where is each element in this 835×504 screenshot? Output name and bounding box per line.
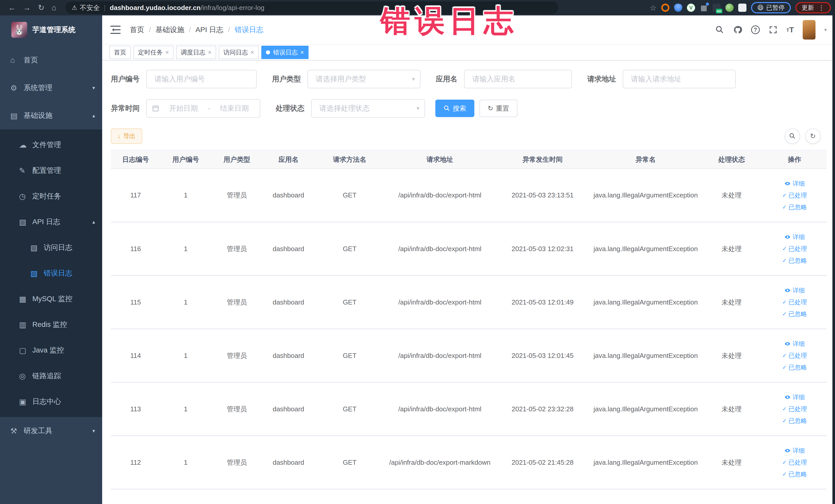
start-date-placeholder[interactable]: 开始日期 — [163, 103, 204, 113]
mark-processed-link[interactable]: ✓已处理 — [782, 458, 807, 466]
address-bar[interactable]: ⚠ 不安全 | dashboard.yudao.iocoder.cn/infra… — [65, 2, 558, 14]
tab-scheduled-jobs[interactable]: 定时任务× — [134, 46, 174, 59]
url-path[interactable]: /infra/log/api-error-log — [201, 4, 265, 12]
detail-link[interactable]: 详细 — [784, 446, 805, 455]
table-row: 113 1 管理员 dashboard GET /api/infra/db-do… — [111, 382, 827, 436]
breadcrumb-home[interactable]: 首页 — [130, 25, 144, 35]
help-icon[interactable]: ? — [751, 25, 760, 34]
tab-home[interactable]: 首页 — [109, 46, 131, 59]
mark-ignored-link[interactable]: ✓已忽略 — [782, 310, 807, 318]
sidebar-item-java-monitor[interactable]: ▢ Java 监控 — [0, 337, 102, 363]
exception-time-label: 异常时间 — [111, 103, 140, 113]
close-icon[interactable]: × — [250, 49, 254, 56]
chevron-down-icon: ▾ — [412, 76, 415, 82]
font-size-icon[interactable]: TT — [787, 26, 794, 34]
close-icon[interactable]: × — [300, 49, 304, 56]
sidebar-item-trace[interactable]: ◎ 链路追踪 — [0, 363, 102, 389]
detail-link[interactable]: 详细 — [784, 393, 805, 401]
status-badge: 未处理 — [701, 169, 762, 222]
check-icon: ✓ — [782, 352, 787, 359]
browser-update-button[interactable]: 更新 ⋮ — [795, 2, 831, 13]
sidebar-item-infra[interactable]: ▤ 基础设施 ▴ — [0, 102, 102, 129]
avatar-caret-icon[interactable]: ▾ — [824, 27, 827, 33]
browser-home-icon[interactable]: ⌂ — [52, 4, 56, 12]
detail-link[interactable]: 详细 — [784, 340, 805, 348]
sidebar-item-file-manage[interactable]: ☁ 文件管理 — [0, 132, 102, 158]
browser-reload-icon[interactable]: ↻ — [38, 4, 44, 12]
user-type-select[interactable]: 请选择用户类型 ▾ — [307, 70, 421, 88]
app-logo[interactable]: 🐰 芋道管理系统 — [0, 15, 102, 44]
github-icon[interactable] — [733, 25, 742, 35]
check-icon: ✓ — [782, 299, 787, 305]
detail-link[interactable]: 详细 — [784, 286, 805, 295]
extension-icon-grid[interactable]: ▦ — [700, 4, 708, 12]
fullscreen-icon[interactable] — [769, 25, 778, 35]
app-name-input[interactable] — [464, 70, 572, 88]
breadcrumb-infra[interactable]: 基础设施 — [156, 25, 184, 35]
request-url-input[interactable] — [623, 70, 736, 88]
sidebar-collapse-icon[interactable] — [110, 26, 121, 34]
url-domain[interactable]: dashboard.yudao.iocoder.cn — [110, 4, 201, 12]
sidebar-item-api-log[interactable]: ▧ API 日志 ▴ — [0, 209, 102, 235]
browser-scrollbar[interactable] — [832, 0, 835, 504]
sidebar-item-dev-tools[interactable]: ⚒ 研发工具 ▾ — [0, 417, 102, 445]
mark-processed-link[interactable]: ✓已处理 — [782, 405, 807, 413]
sidebar-item-access-log[interactable]: ▧ 访问日志 — [0, 235, 102, 260]
filter-row-2: 异常时间 开始日期 - 结束日期 处理状态 请选择处理状态 ▾ — [111, 99, 827, 118]
not-secure-label[interactable]: 不安全 — [80, 3, 100, 12]
extension-icon-orange[interactable] — [661, 4, 669, 12]
extension-icon-v[interactable]: V — [687, 4, 695, 12]
tab-access-log[interactable]: 访问日志× — [219, 46, 259, 59]
mark-ignored-link[interactable]: ✓已忽略 — [782, 470, 807, 478]
mark-ignored-link[interactable]: ✓已忽略 — [782, 363, 807, 371]
cloud-icon: ☁ — [19, 140, 32, 149]
table-row: 116 1 管理员 dashboard GET /api/infra/db-do… — [111, 222, 827, 276]
bookmark-star-icon[interactable]: ☆ — [650, 3, 657, 12]
user-id-input[interactable] — [146, 70, 257, 88]
sidebar-item-scheduled-jobs[interactable]: ◷ 定时任务 — [0, 183, 102, 209]
col-exception-time: 异常发生时间 — [495, 150, 591, 169]
end-date-placeholder[interactable]: 结束日期 — [214, 103, 254, 113]
update-label: 更新 — [802, 4, 814, 12]
mark-processed-link[interactable]: ✓已处理 — [782, 245, 807, 253]
app-title: 芋道管理系统 — [32, 25, 76, 35]
mark-ignored-link[interactable]: ✓已忽略 — [782, 203, 807, 211]
refresh-table-button[interactable]: ↻ — [805, 128, 821, 144]
sidebar-item-home[interactable]: ⌂ 首页 — [0, 46, 102, 74]
mark-processed-link[interactable]: ✓已处理 — [782, 191, 807, 200]
close-icon[interactable]: × — [208, 49, 211, 56]
profile-paused-chip[interactable]: 😄 已暂停 — [751, 2, 791, 13]
tab-error-log[interactable]: 错误日志× — [261, 46, 308, 59]
extension-icon-shield[interactable] — [674, 4, 682, 12]
exception-time-range-picker[interactable]: 开始日期 - 结束日期 — [146, 99, 260, 118]
export-button[interactable]: ↓ 导出 — [111, 128, 142, 144]
reset-button[interactable]: ↻ 重置 — [480, 100, 517, 117]
search-icon[interactable] — [715, 25, 725, 35]
extensions-puzzle-icon[interactable] — [738, 4, 747, 12]
tab-schedule-log[interactable]: 调度日志× — [176, 46, 216, 59]
process-status-select[interactable]: 请选择处理状态 ▾ — [311, 99, 425, 118]
mark-ignored-link[interactable]: ✓已忽略 — [782, 257, 807, 265]
extension-icon-switch[interactable]: on — [713, 4, 721, 12]
check-icon: ✓ — [782, 192, 787, 199]
extension-icon-leaf[interactable] — [726, 4, 734, 12]
mark-processed-link[interactable]: ✓已处理 — [782, 351, 807, 360]
sidebar-item-config-manage[interactable]: ✎ 配置管理 — [0, 158, 102, 183]
close-icon[interactable]: × — [165, 49, 169, 56]
toggle-search-button[interactable] — [785, 128, 800, 144]
mark-ignored-link[interactable]: ✓已忽略 — [782, 417, 807, 425]
browser-back-icon[interactable]: ← — [8, 4, 16, 12]
sidebar-item-error-log[interactable]: ▧ 错误日志 — [0, 260, 102, 286]
sidebar-item-mysql-monitor[interactable]: ▦ MySQL 监控 — [0, 286, 102, 312]
detail-link[interactable]: 详细 — [784, 233, 805, 241]
sidebar-item-log-center[interactable]: ▣ 日志中心 — [0, 389, 102, 415]
sidebar-item-redis-monitor[interactable]: ▥ Redis 监控 — [0, 312, 102, 337]
sidebar-item-system[interactable]: ⚙ 系统管理 ▾ — [0, 74, 102, 102]
search-button[interactable]: 搜索 — [435, 100, 474, 117]
breadcrumb-api-log[interactable]: API 日志 — [196, 25, 224, 35]
browser-menu-kebab-icon[interactable]: ⋮ — [818, 4, 825, 12]
mark-processed-link[interactable]: ✓已处理 — [782, 298, 807, 306]
detail-link[interactable]: 详细 — [784, 180, 805, 188]
avatar[interactable] — [803, 20, 815, 40]
browser-forward-icon[interactable]: → — [23, 4, 31, 12]
